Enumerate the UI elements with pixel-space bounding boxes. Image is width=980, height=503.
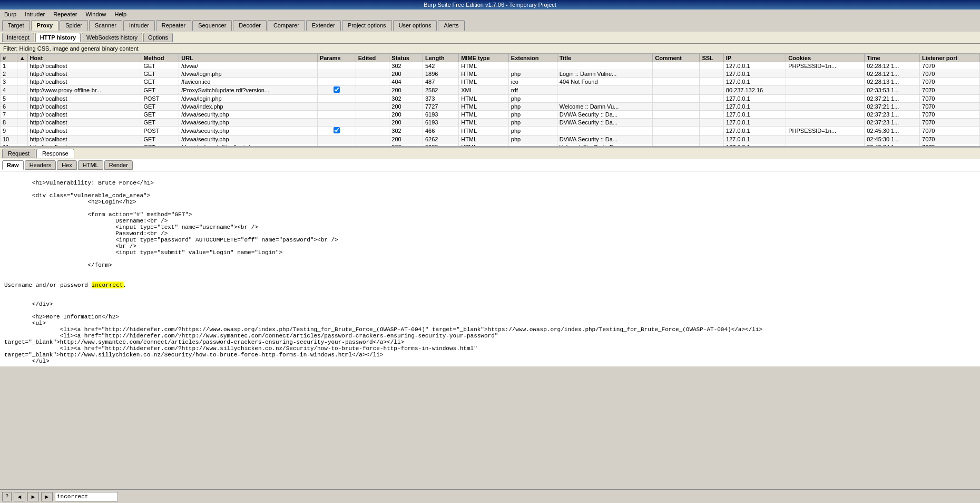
top-tab-user-options[interactable]: User options [393, 20, 437, 31]
table-row[interactable]: 3http://localhostGET/favicon.ico404487HT… [1, 78, 980, 86]
sub-tab-options[interactable]: Options [143, 33, 173, 42]
top-tab-spider[interactable]: Spider [60, 20, 88, 31]
sub-tabs: InterceptHTTP historyWebSockets historyO… [0, 32, 980, 44]
col-header-length[interactable]: Length [423, 54, 459, 62]
table-row[interactable]: 9http://localhostPOST/dvwa/security.php3… [1, 127, 980, 136]
menu-bar: BurpIntruderRepeaterWindowHelp [0, 9, 980, 19]
col-header-method[interactable]: Method [141, 54, 179, 62]
http-history-table: #▲HostMethodURLParamsEditedStatusLengthM… [0, 54, 980, 148]
table-body: 1http://localhostGET/dvwa/302542HTML127.… [1, 62, 980, 148]
req-res-tabs: RequestResponse [0, 148, 980, 159]
sub-tab-intercept[interactable]: Intercept [2, 33, 34, 42]
search-input[interactable] [55, 492, 118, 501]
top-tab-repeater[interactable]: Repeater [156, 20, 191, 31]
table-row[interactable]: 7http://localhostGET/dvwa/security.php20… [1, 111, 980, 119]
help-button[interactable]: ? [2, 492, 12, 501]
content-tab-render[interactable]: Render [104, 160, 133, 170]
top-tab-intruder[interactable]: Intruder [123, 20, 155, 31]
top-tab-extender[interactable]: Extender [306, 20, 341, 31]
http-history-table-container: #▲HostMethodURLParamsEditedStatusLengthM… [0, 54, 980, 148]
sub-tab-http-history[interactable]: HTTP history [35, 33, 81, 42]
filter-text: Filter: Hiding CSS, image and general bi… [3, 45, 139, 52]
title-bar: Burp Suite Free Edition v1.7.06 - Tempor… [0, 0, 980, 9]
req-res-tab-response[interactable]: Response [36, 149, 74, 158]
table-row[interactable]: 11http://localhostGET/dvwa/vulnerabiliti… [1, 143, 980, 148]
top-tab-project-options[interactable]: Project options [342, 20, 392, 31]
col-header-[interactable]: ▲ [17, 54, 27, 62]
top-tab-target[interactable]: Target [2, 20, 30, 31]
req-res-area: RequestResponse RawHeadersHexHTMLRender … [0, 148, 980, 366]
table-row[interactable]: 10http://localhostGET/dvwa/security.php2… [1, 136, 980, 143]
highlighted-word: incorrect [92, 282, 123, 288]
top-tab-alerts[interactable]: Alerts [438, 20, 464, 31]
menu-item-burp[interactable]: Burp [2, 11, 18, 18]
menu-item-help[interactable]: Help [113, 11, 129, 18]
top-tab-decoder[interactable]: Decoder [233, 20, 267, 31]
prev-button[interactable]: ◄ [14, 492, 25, 501]
top-tabs: TargetProxySpiderScannerIntruderRepeater… [0, 19, 980, 32]
response-content[interactable]: <h1>Vulnerability: Brute Force</h1> <div… [0, 171, 980, 366]
menu-item-window[interactable]: Window [83, 11, 108, 18]
col-header-ssl[interactable]: SSL [700, 54, 723, 62]
title-text: Burp Suite Free Edition v1.7.06 - Tempor… [424, 2, 556, 8]
content-tab-hex[interactable]: Hex [57, 160, 77, 170]
col-header-cookies[interactable]: Cookies [786, 54, 865, 62]
back-button[interactable]: ► [27, 492, 39, 501]
content-tab-raw[interactable]: Raw [2, 160, 24, 170]
col-header-listener-port[interactable]: Listener port [920, 54, 980, 62]
forward-button[interactable]: ► [41, 492, 53, 501]
col-header-ip[interactable]: IP [723, 54, 786, 62]
col-header-mime-type[interactable]: MIME type [459, 54, 509, 62]
top-tab-scanner[interactable]: Scanner [89, 20, 122, 31]
content-tabs: RawHeadersHexHTMLRender [0, 159, 980, 171]
col-header-title[interactable]: Title [557, 54, 652, 62]
table-row[interactable]: 2http://localhostGET/dvwa/login.php20018… [1, 70, 980, 78]
table-row[interactable]: 4http://www.proxy-offline-br...GET/Proxy… [1, 86, 980, 95]
col-header-host[interactable]: Host [27, 54, 141, 62]
top-tab-comparer[interactable]: Comparer [268, 20, 305, 31]
top-tab-sequencer[interactable]: Sequencer [192, 20, 232, 31]
col-header-status[interactable]: Status [389, 54, 423, 62]
table-row[interactable]: 8http://localhostGET/dvwa/security.php20… [1, 119, 980, 127]
col-header-time[interactable]: Time [865, 54, 920, 62]
top-tab-proxy[interactable]: Proxy [31, 20, 59, 31]
menu-item-repeater[interactable]: Repeater [51, 11, 79, 18]
content-tab-html[interactable]: HTML [78, 160, 103, 170]
col-header-edited[interactable]: Edited [356, 54, 389, 62]
table-header-row: #▲HostMethodURLParamsEditedStatusLengthM… [1, 54, 980, 62]
filter-bar[interactable]: Filter: Hiding CSS, image and general bi… [0, 44, 980, 54]
bottom-bar: ? ◄ ► ► [0, 489, 980, 503]
col-header-comment[interactable]: Comment [653, 54, 700, 62]
table-row[interactable]: 1http://localhostGET/dvwa/302542HTML127.… [1, 62, 980, 70]
col-header-params[interactable]: Params [317, 54, 356, 62]
col-header-extension[interactable]: Extension [508, 54, 557, 62]
table-row[interactable]: 5http://localhostPOST/dvwa/login.php3023… [1, 95, 980, 103]
menu-item-intruder[interactable]: Intruder [23, 11, 47, 18]
content-tab-headers[interactable]: Headers [25, 160, 56, 170]
table-row[interactable]: 6http://localhostGET/dvwa/index.php20077… [1, 103, 980, 111]
col-header--[interactable]: # [1, 54, 17, 62]
req-res-tab-request[interactable]: Request [2, 149, 35, 158]
col-header-url[interactable]: URL [179, 54, 318, 62]
sub-tab-websockets-history[interactable]: WebSockets history [82, 33, 142, 42]
